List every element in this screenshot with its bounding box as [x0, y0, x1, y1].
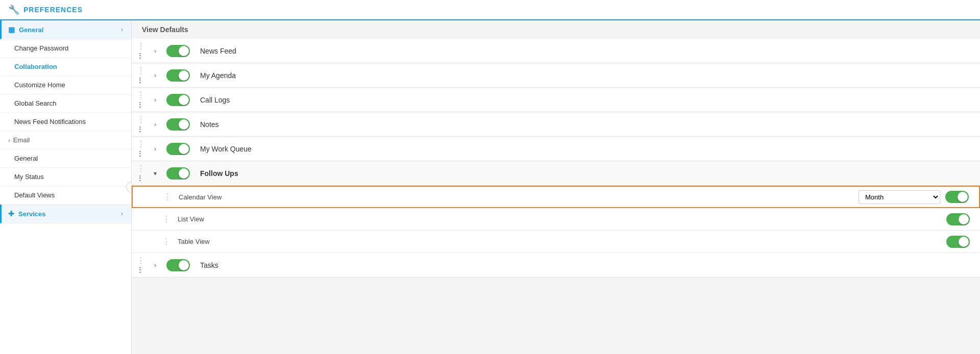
row-notes: ⋮ › Notes	[132, 112, 980, 137]
expand-tasks[interactable]: ›	[149, 259, 161, 271]
row-follow-ups: ⋮ ▾ Follow Ups	[132, 161, 980, 186]
top-bar: 🔧 PREFERENCES	[0, 0, 980, 20]
toggle-table-view[interactable]	[946, 236, 970, 248]
global-search-label: Global Search	[14, 99, 56, 107]
sidebar-item-global-search[interactable]: Global Search	[0, 94, 131, 113]
change-password-label: Change Password	[14, 44, 68, 52]
customize-home-label: Customize Home	[14, 81, 65, 89]
toggle-news-feed[interactable]	[166, 45, 190, 57]
expand-news-feed[interactable]: ›	[149, 45, 161, 57]
drag-handle-follow-ups[interactable]: ⋮	[137, 165, 145, 182]
sidebar-section-email[interactable]: › Email	[0, 131, 131, 149]
label-tasks: Tasks	[195, 261, 975, 269]
services-icon: ✚	[8, 210, 14, 218]
my-status-label: My Status	[14, 173, 44, 181]
expand-call-logs[interactable]: ›	[149, 94, 161, 106]
toggle-call-logs[interactable]	[166, 94, 190, 106]
row-my-agenda: ⋮ › My Agenda	[132, 63, 980, 88]
sidebar-item-customize-home[interactable]: Customize Home	[0, 76, 131, 94]
toggle-list-view[interactable]	[946, 213, 970, 225]
email-label: Email	[13, 136, 30, 144]
label-call-logs: Call Logs	[195, 96, 975, 104]
expand-my-work-queue[interactable]: ›	[149, 143, 161, 155]
drag-handle-notes[interactable]: ⋮	[137, 116, 145, 133]
toggle-tasks[interactable]	[166, 259, 190, 271]
app-icon: 🔧	[8, 4, 19, 15]
label-list-view: List View	[176, 215, 946, 223]
row-tasks: ⋮ › Tasks	[132, 253, 980, 277]
drag-handle-my-agenda[interactable]: ⋮	[137, 67, 145, 84]
toggle-follow-ups[interactable]	[166, 167, 190, 180]
section-header: View Defaults	[132, 20, 980, 39]
label-my-work-queue: My Work Queue	[195, 145, 975, 153]
content-area: View Defaults ⋮ › News Feed ⋮ › My Agend…	[132, 20, 980, 354]
sidebar-item-news-feed-notifications[interactable]: News Feed Notifications	[0, 113, 131, 131]
sub-row-table-view: ⋮ Table View	[132, 231, 980, 253]
sidebar-item-default-views[interactable]: Default Views	[0, 186, 131, 205]
sidebar-item-collaboration[interactable]: Collaboration	[0, 58, 131, 76]
label-notes: Notes	[195, 120, 975, 129]
sidebar-item-general[interactable]: ▦ General ›	[0, 20, 131, 39]
drag-handle-tasks[interactable]: ⋮	[137, 257, 145, 273]
expand-follow-ups[interactable]: ▾	[149, 167, 161, 180]
drag-handle-news-feed[interactable]: ⋮	[137, 42, 145, 59]
drag-handle-table-view[interactable]: ⋮	[162, 237, 170, 246]
label-follow-ups: Follow Ups	[195, 169, 975, 178]
sidebar-item-services[interactable]: ✚ Services ›	[0, 205, 131, 223]
expand-my-agenda[interactable]: ›	[149, 69, 161, 82]
row-call-logs: ⋮ › Call Logs	[132, 88, 980, 112]
row-news-feed: ⋮ › News Feed	[132, 39, 980, 63]
sidebar-item-change-password[interactable]: Change Password	[0, 39, 131, 58]
drag-handle-my-work-queue[interactable]: ⋮	[137, 140, 145, 157]
services-chevron-icon: ›	[121, 210, 123, 217]
expand-notes[interactable]: ›	[149, 118, 161, 131]
sub-row-list-view: ⋮ List View	[132, 208, 980, 231]
toggle-my-work-queue[interactable]	[166, 143, 190, 155]
email-expand-icon: ›	[8, 137, 10, 143]
label-my-agenda: My Agenda	[195, 71, 975, 80]
toggle-my-agenda[interactable]	[166, 69, 190, 82]
row-my-work-queue: ⋮ › My Work Queue	[132, 137, 980, 161]
toggle-calendar-view[interactable]	[945, 191, 969, 203]
news-feed-notifications-label: News Feed Notifications	[14, 118, 86, 125]
sidebar: ▦ General › Change Password Collaboratio…	[0, 20, 132, 354]
email-general-label: General	[14, 155, 38, 162]
sidebar-general-label: General	[19, 26, 43, 34]
select-calendar-view[interactable]: Month Day Week Year	[859, 190, 940, 204]
general-icon: ▦	[8, 26, 15, 34]
drag-handle-list-view[interactable]: ⋮	[162, 214, 170, 224]
sidebar-item-email-general[interactable]: General	[0, 149, 131, 168]
label-news-feed: News Feed	[195, 47, 975, 55]
sidebar-item-my-status[interactable]: My Status	[0, 168, 131, 186]
label-table-view: Table View	[176, 238, 946, 245]
app-title: PREFERENCES	[23, 6, 83, 14]
drag-handle-calendar-view[interactable]: ⋮	[163, 192, 172, 202]
chevron-right-icon: ›	[121, 26, 123, 33]
sub-row-calendar-view: ⋮ Calendar View Month Day Week Year	[132, 186, 980, 208]
collaboration-label: Collaboration	[14, 63, 57, 70]
drag-handle-call-logs[interactable]: ⋮	[137, 91, 145, 108]
services-label: Services	[18, 210, 46, 218]
section-title: View Defaults	[142, 26, 188, 34]
label-calendar-view: Calendar View	[177, 193, 859, 201]
main-layout: ▦ General › Change Password Collaboratio…	[0, 20, 980, 354]
default-views-label: Default Views	[14, 191, 55, 199]
follow-ups-subrows: ⋮ Calendar View Month Day Week Year ⋮ Li…	[132, 186, 980, 253]
toggle-notes[interactable]	[166, 118, 190, 131]
